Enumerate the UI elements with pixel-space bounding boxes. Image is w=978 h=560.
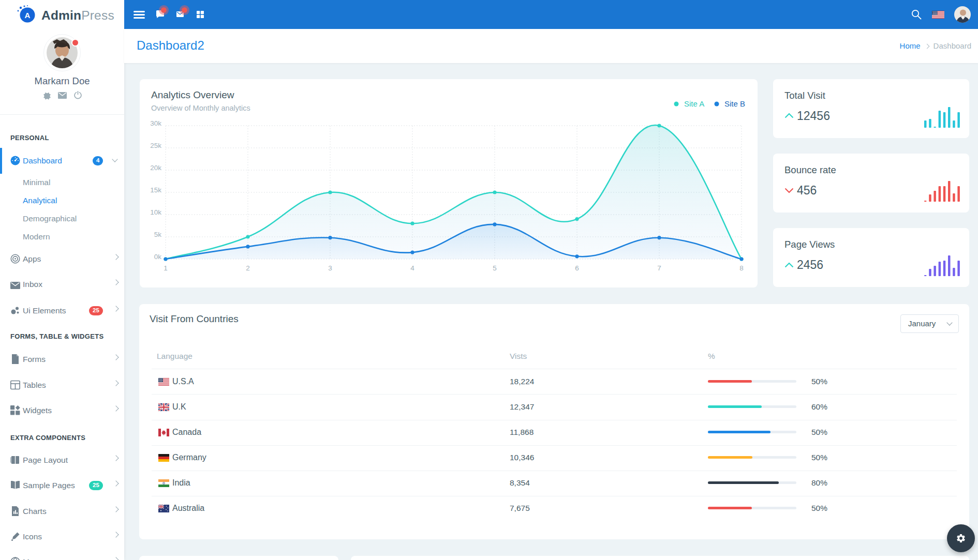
svg-text:1: 1 xyxy=(164,264,168,272)
svg-text:20k: 20k xyxy=(150,164,161,172)
svg-text:0k: 0k xyxy=(154,253,162,261)
svg-text:6: 6 xyxy=(575,264,579,272)
svg-text:4: 4 xyxy=(410,264,414,272)
svg-text:7: 7 xyxy=(657,264,661,272)
svg-text:30k: 30k xyxy=(150,119,161,127)
svg-text:8: 8 xyxy=(739,264,744,272)
svg-text:15k: 15k xyxy=(150,186,161,194)
svg-text:5k: 5k xyxy=(154,231,162,238)
svg-text:5: 5 xyxy=(493,264,497,272)
svg-text:Site A: Site A xyxy=(684,99,704,108)
svg-text:Site B: Site B xyxy=(724,99,745,108)
svg-text:10k: 10k xyxy=(150,208,161,216)
svg-text:2: 2 xyxy=(246,264,250,272)
svg-text:25k: 25k xyxy=(150,142,161,149)
svg-text:A: A xyxy=(25,11,31,20)
svg-text:3: 3 xyxy=(328,264,332,272)
